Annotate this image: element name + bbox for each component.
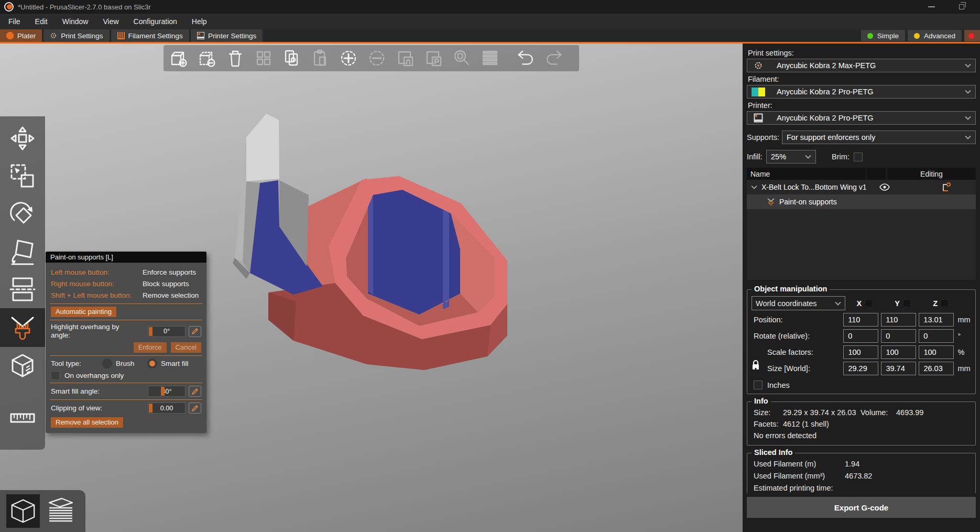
- editing-icon[interactable]: [942, 182, 951, 192]
- axis-y-header: Y: [895, 299, 933, 308]
- on-overhangs-label[interactable]: On overhangs only: [64, 372, 124, 379]
- position-x-field[interactable]: 110: [843, 313, 878, 327]
- print-settings-combo[interactable]: Anycubic Kobra 2 Max-PETG: [747, 59, 976, 72]
- place-on-face-tool-icon[interactable]: [0, 233, 45, 270]
- delete-icon[interactable]: [196, 47, 218, 69]
- enforce-button[interactable]: Enforce: [134, 342, 167, 353]
- collapse-chevron-icon[interactable]: [751, 185, 758, 189]
- filament-combo[interactable]: Anycubic Kobra 2 Pro-PETG: [747, 85, 976, 99]
- mode-advanced-button[interactable]: Advanced: [908, 30, 962, 41]
- brush-label[interactable]: Brush: [116, 360, 147, 367]
- measure-tool-icon[interactable]: [0, 394, 45, 432]
- axis-y-icon[interactable]: [903, 299, 911, 307]
- rotate-tool-icon[interactable]: [0, 195, 45, 233]
- panel-title: Sliced Info: [752, 448, 795, 457]
- menu-file[interactable]: File: [1, 14, 28, 29]
- cut-tool-icon[interactable]: [0, 270, 45, 308]
- undo-icon[interactable]: [515, 47, 537, 69]
- scale-y-field[interactable]: 100: [881, 345, 916, 359]
- axis-z-icon[interactable]: [941, 299, 949, 307]
- add-instance-icon[interactable]: [337, 47, 360, 69]
- dialog-title[interactable]: Paint-on supports [L]: [46, 252, 206, 263]
- smart-fill-label[interactable]: Smart fill: [161, 360, 189, 367]
- supports-combo[interactable]: For support enforcers only: [782, 131, 976, 144]
- preview-layers-icon[interactable]: [44, 494, 78, 528]
- position-y-field[interactable]: 110: [881, 313, 916, 327]
- eye-icon[interactable]: [879, 183, 890, 191]
- rotate-y-field[interactable]: 0: [881, 329, 916, 343]
- copy-icon[interactable]: [281, 47, 303, 69]
- position-z-field[interactable]: 13.01: [919, 313, 954, 327]
- highlight-overhang-label: Highlight overhang by angle:: [51, 323, 129, 340]
- clipping-of-view-slider[interactable]: 0.00: [148, 403, 186, 414]
- slider-handle[interactable]: [149, 327, 153, 336]
- menu-edit[interactable]: Edit: [28, 14, 55, 29]
- size-z-field[interactable]: 26.03: [919, 362, 954, 375]
- brush-radio[interactable]: [102, 359, 112, 368]
- tab-plater[interactable]: Plater: [0, 29, 42, 42]
- redo-icon: [543, 47, 565, 69]
- move-tool-icon[interactable]: [0, 120, 45, 157]
- delete-all-icon[interactable]: [224, 47, 246, 69]
- add-icon[interactable]: [168, 47, 190, 69]
- edit-clipping-button[interactable]: [189, 403, 201, 414]
- 3d-editor-view-icon[interactable]: [6, 494, 40, 528]
- smart-fill-angle-slider[interactable]: 30°: [148, 386, 186, 397]
- cancel-button[interactable]: Cancel: [171, 342, 201, 353]
- export-gcode-button[interactable]: Export G-code: [747, 497, 976, 518]
- menu-view[interactable]: View: [95, 14, 126, 29]
- on-overhangs-checkbox[interactable]: [51, 371, 60, 380]
- filament-color-swatch: [752, 88, 765, 96]
- axis-z-header: Z: [933, 299, 971, 308]
- inches-checkbox[interactable]: [754, 381, 763, 389]
- seam-painting-tool-icon[interactable]: [0, 347, 45, 385]
- remove-all-selection-button[interactable]: Remove all selection: [51, 417, 123, 428]
- estimated-time-label: Estimated printing time:: [752, 484, 845, 492]
- brim-checkbox[interactable]: [854, 153, 863, 161]
- menu-configuration[interactable]: Configuration: [126, 14, 184, 29]
- edit-angle-button[interactable]: [189, 326, 201, 337]
- scale-tool-icon[interactable]: [0, 157, 45, 195]
- automatic-painting-button[interactable]: Automatic painting: [51, 307, 116, 317]
- inches-label[interactable]: Inches: [767, 381, 790, 389]
- menu-help[interactable]: Help: [184, 14, 214, 29]
- facets-value: 4612 (1 shell): [783, 420, 829, 428]
- rotate-z-field[interactable]: 0: [919, 329, 954, 343]
- tab-print-settings[interactable]: Print Settings: [43, 29, 109, 42]
- title-bar: *Untitled - PrusaSlicer-2.7.0 based on S…: [0, 0, 980, 14]
- size-y-field[interactable]: 39.74: [881, 362, 916, 375]
- position-row: Position: 110 110 13.01 mm: [752, 313, 971, 327]
- object-list: Name Editing X-Belt Lock To...Bottom Win…: [747, 168, 976, 280]
- minimize-icon[interactable]: [928, 6, 935, 7]
- slider-handle[interactable]: [161, 387, 165, 396]
- restore-icon[interactable]: [959, 4, 964, 9]
- tab-printer-settings[interactable]: Printer Settings: [191, 29, 263, 42]
- axis-x-icon[interactable]: [865, 299, 873, 307]
- infill-combo[interactable]: 25%: [766, 150, 816, 164]
- menu-window[interactable]: Window: [55, 14, 96, 29]
- scale-z-field[interactable]: 100: [919, 345, 954, 359]
- infill-label: Infill:: [747, 153, 766, 161]
- paint-on-supports-row[interactable]: Paint-on supports: [747, 194, 976, 209]
- highlight-overhang-slider[interactable]: 0°: [148, 326, 186, 337]
- paint-on-supports-tool-icon[interactable]: [0, 308, 45, 347]
- mode-expert-button[interactable]: [964, 30, 980, 41]
- volume-value: 4693.99: [896, 408, 923, 417]
- mode-simple-button[interactable]: Simple: [861, 30, 905, 41]
- size-x-field[interactable]: 29.29: [843, 362, 878, 375]
- scale-x-field[interactable]: 100: [843, 345, 878, 359]
- 3d-viewport[interactable]: Paint-on supports [L] Left mouse button:…: [0, 44, 743, 532]
- smart-fill-radio[interactable]: [147, 359, 157, 368]
- search-icon[interactable]: [451, 47, 473, 69]
- rotate-x-field[interactable]: 0: [843, 329, 878, 343]
- edit-smart-fill-angle-button[interactable]: [189, 386, 201, 397]
- lock-icon[interactable]: [751, 359, 760, 372]
- used-filament-mm3-label: Used Filament (mm³): [752, 472, 845, 480]
- filament-label: Filament:: [748, 75, 976, 83]
- slider-handle[interactable]: [149, 404, 153, 412]
- object-row[interactable]: X-Belt Lock To...Bottom Wing v1: [747, 180, 976, 194]
- chevron-down-icon: [805, 155, 811, 159]
- coordinate-system-combo[interactable]: World coordinates: [752, 296, 845, 310]
- tab-filament-settings[interactable]: Filament Settings: [111, 29, 189, 42]
- printer-combo[interactable]: Anycubic Kobra 2 Pro-PETG: [747, 111, 976, 125]
